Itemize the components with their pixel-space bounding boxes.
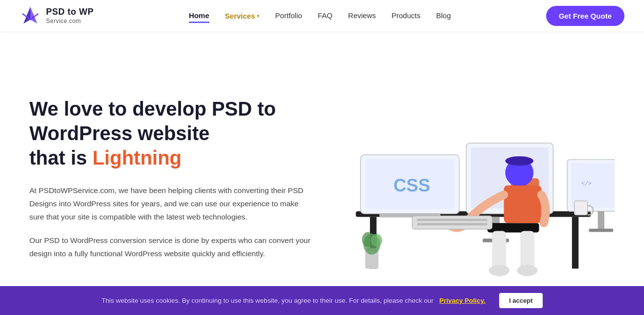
- svg-rect-4: [572, 217, 578, 269]
- hero-description: At PSDtoWPService.com, we have been help…: [29, 184, 313, 260]
- logo-text: PSD to WP Service.com: [46, 7, 94, 24]
- services-dropdown-icon: ▾: [257, 13, 259, 19]
- nav-item-products[interactable]: Products: [391, 11, 420, 20]
- nav-links: Home Services ▾ Portfolio FAQ Reviews Pr…: [189, 11, 451, 20]
- svg-rect-36: [575, 201, 588, 215]
- svg-rect-22: [504, 185, 542, 223]
- hero-title: We love to develop PSD to WordPress webs…: [29, 97, 313, 170]
- svg-rect-25: [417, 219, 487, 221]
- logo-link[interactable]: PSD to WP Service.com: [20, 5, 94, 26]
- hero-illustration: CSS </>: [313, 61, 615, 296]
- hero-section: We love to develop PSD to WordPress webs…: [0, 31, 644, 315]
- hero-content: We love to develop PSD to WordPress webs…: [29, 97, 313, 260]
- nav-item-portfolio[interactable]: Portfolio: [275, 11, 302, 20]
- cookie-bar: This website uses cookies. By continuing…: [0, 286, 644, 315]
- nav-item-reviews[interactable]: Reviews: [348, 11, 376, 20]
- cookie-text: This website uses cookies. By continuing…: [101, 297, 433, 304]
- nav-item-blog[interactable]: Blog: [436, 11, 451, 20]
- nav-item-faq[interactable]: FAQ: [318, 11, 332, 20]
- svg-rect-16: [598, 211, 604, 230]
- logo-icon: [20, 5, 41, 26]
- svg-point-29: [489, 265, 509, 276]
- svg-rect-17: [589, 229, 613, 232]
- accept-cookie-button[interactable]: I accept: [499, 293, 542, 308]
- hero-desc-2: Our PSD to WordPress conversion service …: [29, 234, 313, 260]
- svg-rect-18: [487, 223, 539, 232]
- svg-rect-26: [417, 223, 487, 225]
- svg-rect-28: [520, 231, 534, 269]
- navbar: PSD to WP Service.com Home Services ▾ Po…: [0, 0, 644, 31]
- nav-item-services[interactable]: Services ▾: [225, 12, 260, 20]
- nav-item-home[interactable]: Home: [189, 11, 209, 20]
- privacy-policy-link[interactable]: Privacy Policy.: [439, 297, 485, 304]
- svg-text:</>: </>: [581, 180, 592, 187]
- hero-desc-1: At PSDtoWPService.com, we have been help…: [29, 184, 313, 223]
- svg-rect-24: [412, 216, 492, 229]
- svg-rect-27: [492, 231, 506, 269]
- developer-illustration: CSS </>: [313, 61, 615, 296]
- svg-point-30: [517, 265, 537, 276]
- svg-point-35: [371, 234, 382, 247]
- svg-text:CSS: CSS: [393, 175, 430, 195]
- svg-point-21: [505, 156, 533, 166]
- cta-button[interactable]: Get Free Quote: [546, 6, 624, 26]
